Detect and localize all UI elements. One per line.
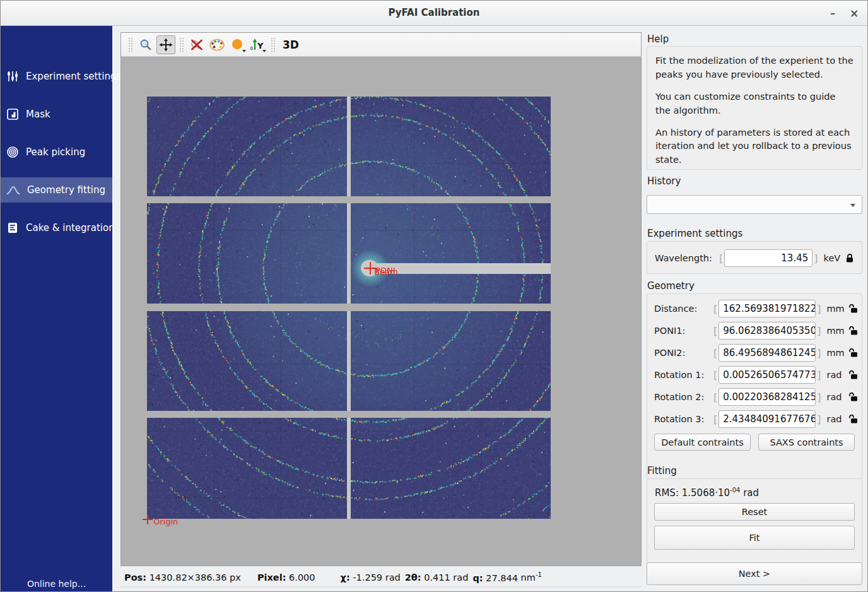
geometry-row-poni2: PONI2: [ 86.4956894861245 ] mm	[654, 344, 859, 362]
left-bracket: [	[712, 391, 718, 403]
mask-circle-tool-button[interactable]	[228, 35, 247, 54]
poni1-input[interactable]: 96.0628386405350	[718, 322, 816, 340]
mask-icon	[6, 108, 19, 121]
next-button[interactable]: Next >	[647, 562, 862, 585]
rotation1-input[interactable]: 0.00526506574773	[718, 366, 816, 384]
status-2theta: 2θ: 0.411 rad	[405, 572, 469, 583]
poni2-input[interactable]: 86.4956894861245	[718, 344, 816, 362]
3d-label: 3D	[280, 38, 302, 51]
left-bracket: [	[718, 252, 724, 264]
sidebar-item-experiment-settings[interactable]: Experiment settings	[1, 64, 112, 89]
poni2-lock-open-icon[interactable]	[848, 348, 859, 358]
wavelength-row: Wavelength: [ 13.45 ] keV	[655, 249, 868, 267]
close-button[interactable]: ×	[846, 6, 862, 21]
rotation2-label: Rotation 2:	[654, 392, 712, 402]
online-help-link[interactable]: Online help...	[1, 579, 112, 589]
left-bracket: [	[712, 369, 718, 381]
peak-curve-icon	[6, 184, 20, 196]
colormap-button[interactable]	[208, 35, 226, 54]
rms-value: 1.5068·10-04 rad	[682, 487, 759, 499]
default-constraints-button[interactable]: Default contraints	[654, 434, 751, 451]
minimize-button[interactable]: –	[824, 6, 841, 21]
rotation2-lock-open-icon[interactable]	[848, 392, 859, 402]
constraints-button-row: Default contraints SAXS contraints	[654, 434, 855, 451]
status-pixel: Pixel: 6.000	[257, 572, 315, 583]
poni2-label: PONI2:	[654, 348, 712, 358]
plot-widget: 0 Y 3D	[120, 32, 642, 566]
rotation1-unit: rad	[827, 370, 847, 380]
wavelength-lock-closed-icon[interactable]	[845, 253, 854, 263]
q-exponent: -1	[536, 572, 542, 579]
q-label: q:	[472, 572, 483, 583]
left-bracket: [	[712, 347, 718, 359]
sidebar-item-label: Mask	[26, 109, 50, 120]
toolbar-drag-handle[interactable]	[128, 37, 132, 52]
zoom-reset-button[interactable]	[187, 35, 206, 54]
poni1-label: PONI1:	[654, 326, 712, 336]
palette-icon	[209, 38, 225, 52]
pyfai-calibration-window: { "window": { "title": "PyFAI Calibratio…	[0, 0, 868, 592]
wavelength-input[interactable]: 13.45	[724, 249, 812, 267]
poni1-unit: mm	[827, 326, 847, 336]
toolbar-drag-handle[interactable]	[271, 37, 275, 52]
pos-label: Pos:	[124, 572, 146, 583]
reset-button[interactable]: Reset	[654, 503, 855, 521]
left-bracket: [	[712, 303, 718, 315]
sidebar-item-label: Peak picking	[26, 146, 85, 158]
sidebar-item-peak-picking[interactable]: Peak picking	[1, 139, 112, 165]
3d-view-button[interactable]: 3D	[279, 35, 303, 54]
y-axis-orientation-button[interactable]: 0 Y	[248, 35, 267, 54]
q-value: 27.844	[486, 572, 518, 583]
geometry-row-rotation2: Rotation 2: [ 0.00220368284125 ] rad	[654, 388, 859, 406]
sliders-icon	[6, 70, 19, 83]
zoom-tool-button[interactable]	[136, 35, 155, 54]
chi-label: χ:	[341, 572, 350, 583]
help-paragraph: An history of parameters is stored at ea…	[655, 126, 853, 167]
pan-arrows-icon	[159, 38, 173, 52]
geometry-row-rotation1: Rotation 1: [ 0.00526506574773 ] rad	[654, 366, 859, 384]
history-section-title: History	[647, 175, 681, 187]
sidebar-item-label: Geometry fitting	[27, 184, 105, 196]
rms-exponent: -04	[730, 487, 740, 494]
geometry-row-rotation3: Rotation 3: [ 2.43484091677676 ] rad	[654, 410, 859, 428]
wavelength-label: Wavelength:	[655, 253, 718, 263]
right-bracket: ]	[816, 347, 822, 359]
right-bracket: ]	[816, 325, 822, 337]
rotation1-lock-open-icon[interactable]	[848, 370, 859, 380]
right-bracket: ]	[816, 369, 822, 381]
geometry-section-title: Geometry	[647, 280, 695, 292]
title-bar: PyFAI Calibration – ×	[1, 1, 867, 26]
left-bracket: [	[712, 325, 718, 337]
poni2-unit: mm	[827, 348, 847, 358]
pan-tool-button[interactable]	[156, 35, 175, 54]
experiment-section-title: Experiment settings	[647, 228, 742, 239]
sidebar: Experiment settings Mask Peak picking Ge…	[1, 26, 112, 592]
sidebar-item-geometry-fitting[interactable]: Geometry fitting	[1, 177, 112, 203]
rotation2-input[interactable]: 0.00220368284125	[718, 388, 816, 406]
diffraction-image-canvas[interactable]	[121, 57, 641, 565]
left-bracket: [	[712, 413, 718, 425]
rotation1-label: Rotation 1:	[654, 370, 712, 380]
sidebar-item-cake-integration[interactable]: Cake & integration	[1, 215, 112, 240]
fitting-section-title: Fitting	[647, 465, 677, 477]
sidebar-item-mask[interactable]: Mask	[1, 102, 112, 127]
distance-lock-open-icon[interactable]	[848, 304, 859, 314]
pixel-value: 6.000	[289, 572, 315, 583]
poni1-lock-open-icon[interactable]	[848, 326, 859, 336]
help-section-title: Help	[647, 33, 669, 45]
status-q: q: 27.844 nm-1	[472, 572, 541, 583]
toolbar-drag-handle[interactable]	[179, 37, 184, 52]
history-combobox[interactable]	[647, 195, 862, 214]
rotation3-lock-open-icon[interactable]	[848, 414, 859, 424]
plot-status-bar: Pos: 1430.82×386.36 px Pixel: 6.000 χ: -…	[120, 568, 642, 587]
fit-button[interactable]: Fit	[654, 526, 855, 550]
distance-input[interactable]: 162.569381971822	[718, 300, 816, 317]
plot-toolbar: 0 Y 3D	[121, 33, 641, 57]
rotation3-input[interactable]: 2.43484091677676	[718, 410, 816, 428]
dropdown-arrow-icon	[262, 50, 266, 52]
saxs-constraints-button[interactable]: SAXS contraints	[758, 434, 855, 451]
svg-text:0: 0	[250, 46, 253, 51]
rms-readout: RMS: 1.5068·10-04 rad	[655, 487, 759, 499]
svg-text:Y: Y	[257, 40, 264, 50]
rotation2-unit: rad	[827, 392, 847, 402]
